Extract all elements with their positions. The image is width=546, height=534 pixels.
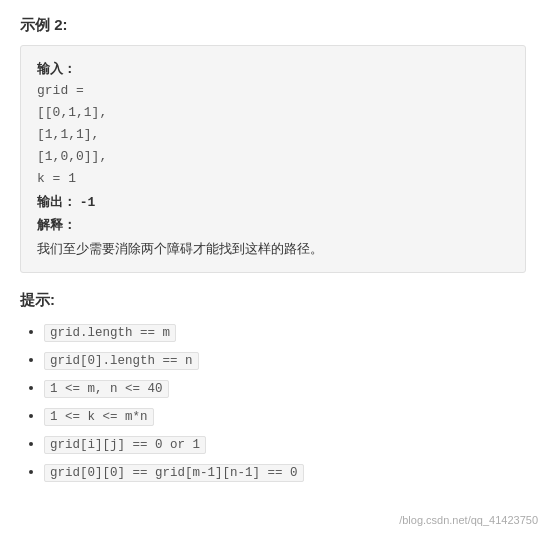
list-item: grid[i][j] == 0 or 1 — [44, 432, 526, 455]
example-title: 示例 2: — [20, 16, 526, 35]
hint-code-4: 1 <= k <= m*n — [44, 408, 154, 426]
grid-line-3: [1,1,1], — [37, 124, 509, 146]
hints-section: 提示: grid.length == m grid[0].length == n… — [20, 291, 526, 483]
watermark: /blog.csdn.net/qq_41423750 — [399, 514, 538, 526]
list-item: 1 <= k <= m*n — [44, 404, 526, 427]
list-item: grid[0][0] == grid[m-1][n-1] == 0 — [44, 460, 526, 483]
list-item: 1 <= m, n <= 40 — [44, 376, 526, 399]
hint-code-5: grid[i][j] == 0 or 1 — [44, 436, 206, 454]
explanation-row: 解释： — [37, 214, 509, 236]
k-line: k = 1 — [37, 168, 509, 190]
list-item: grid.length == m — [44, 320, 526, 343]
hints-list: grid.length == m grid[0].length == n 1 <… — [20, 320, 526, 483]
grid-line-2: [[0,1,1], — [37, 102, 509, 124]
output-label: 输出： — [37, 194, 76, 209]
input-label-row: 输入： — [37, 58, 509, 80]
hint-code-1: grid.length == m — [44, 324, 176, 342]
hint-code-2: grid[0].length == n — [44, 352, 199, 370]
output-value: -1 — [80, 195, 96, 210]
output-row: 输出： -1 — [37, 191, 509, 214]
grid-line-1: grid = — [37, 80, 509, 102]
grid-line-4: [1,0,0]], — [37, 146, 509, 168]
input-label: 输入： — [37, 61, 76, 76]
example-block: 输入： grid = [[0,1,1], [1,1,1], [1,0,0]], … — [20, 45, 526, 273]
hint-code-6: grid[0][0] == grid[m-1][n-1] == 0 — [44, 464, 304, 482]
list-item: grid[0].length == n — [44, 348, 526, 371]
hint-code-3: 1 <= m, n <= 40 — [44, 380, 169, 398]
hints-title: 提示: — [20, 291, 526, 310]
explanation-label: 解释： — [37, 217, 76, 232]
example-section: 示例 2: 输入： grid = [[0,1,1], [1,1,1], [1,0… — [20, 16, 526, 273]
explanation-text: 我们至少需要消除两个障碍才能找到这样的路径。 — [37, 238, 509, 260]
